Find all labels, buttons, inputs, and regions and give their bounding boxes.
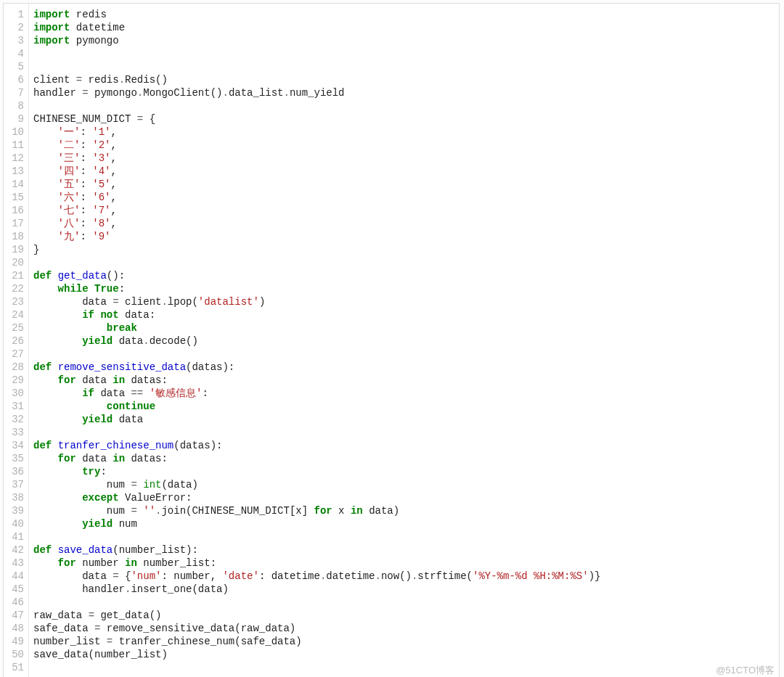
code-line: number_list = tranfer_chinese_num(safe_d… (33, 635, 779, 648)
code-line (33, 348, 779, 361)
code-line: raw_data = get_data() (33, 609, 779, 622)
code-line: try: (33, 465, 779, 478)
code-line: break (33, 321, 779, 335)
code-line: '六': '6', (33, 191, 779, 204)
line-number: 47 (4, 609, 28, 622)
code-line: def get_data(): (33, 269, 779, 282)
code-line: '一': '1', (33, 126, 779, 139)
code-line: yield data.decode() (33, 335, 779, 348)
code-line (33, 426, 779, 439)
line-number: 20 (4, 256, 28, 269)
code-line: '九': '9' (33, 230, 779, 243)
line-number: 30 (4, 387, 28, 400)
code-line: for number in number_list: (33, 557, 779, 570)
line-number: 28 (4, 361, 28, 374)
line-number: 15 (4, 191, 28, 204)
line-number: 19 (4, 243, 28, 256)
line-number: 18 (4, 230, 28, 243)
code-line: if not data: (33, 308, 779, 321)
code-line: '七': '7', (33, 204, 779, 217)
line-number: 44 (4, 570, 28, 583)
line-number-gutter: 1234567891011121314151617181920212223242… (4, 4, 29, 677)
line-number: 21 (4, 269, 28, 282)
code-line: } (33, 243, 779, 256)
code-line: while True: (33, 282, 779, 295)
code-line: '三': '3', (33, 152, 779, 165)
line-number: 2 (4, 21, 28, 34)
line-number: 25 (4, 321, 28, 335)
line-number: 10 (4, 126, 28, 139)
code-line: yield num (33, 517, 779, 530)
line-number: 11 (4, 139, 28, 152)
line-number: 5 (4, 60, 28, 73)
line-number: 1 (4, 8, 28, 21)
code-line (33, 99, 779, 112)
code-line: import datetime (33, 21, 779, 34)
line-number: 50 (4, 648, 28, 661)
line-number: 42 (4, 543, 28, 557)
code-line (33, 530, 779, 543)
code-line: '八': '8', (33, 217, 779, 230)
code-line: '二': '2', (33, 139, 779, 152)
code-line: for data in datas: (33, 452, 779, 465)
line-number: 34 (4, 439, 28, 452)
code-line: def tranfer_chinese_num(datas): (33, 439, 779, 452)
code-line: import redis (33, 8, 779, 21)
code-line: if data == '敏感信息': (33, 387, 779, 400)
line-number: 9 (4, 112, 28, 126)
code-line: save_data(number_list) (33, 648, 779, 661)
line-number: 23 (4, 295, 28, 308)
code-line: except ValueError: (33, 491, 779, 504)
code-line: handler.insert_one(data) (33, 583, 779, 596)
code-block: 1234567891011121314151617181920212223242… (3, 3, 780, 677)
line-number: 13 (4, 165, 28, 178)
code-line: import pymongo (33, 34, 779, 47)
code-line: num = ''.join(CHINESE_NUM_DICT[x] for x … (33, 504, 779, 517)
line-number: 41 (4, 530, 28, 543)
line-number: 7 (4, 86, 28, 99)
code-line: '五': '5', (33, 178, 779, 191)
line-number: 16 (4, 204, 28, 217)
line-number: 4 (4, 47, 28, 60)
code-line (33, 256, 779, 269)
line-number: 49 (4, 635, 28, 648)
code-line: data = {'num': number, 'date': datetime.… (33, 570, 779, 583)
code-line: def save_data(number_list): (33, 543, 779, 557)
code-line (33, 661, 779, 674)
line-number: 24 (4, 308, 28, 321)
line-number: 40 (4, 517, 28, 530)
code-line: yield data (33, 413, 779, 426)
code-line: def remove_sensitive_data(datas): (33, 361, 779, 374)
line-number: 32 (4, 413, 28, 426)
line-number: 37 (4, 478, 28, 491)
code-line (33, 47, 779, 60)
line-number: 14 (4, 178, 28, 191)
line-number: 38 (4, 491, 28, 504)
code-line: handler = pymongo.MongoClient().data_lis… (33, 86, 779, 99)
line-number: 22 (4, 282, 28, 295)
line-number: 27 (4, 348, 28, 361)
line-number: 6 (4, 73, 28, 86)
code-line: '四': '4', (33, 165, 779, 178)
line-number: 12 (4, 152, 28, 165)
line-number: 33 (4, 426, 28, 439)
code-line: num = int(data) (33, 478, 779, 491)
code-line (33, 596, 779, 609)
line-number: 39 (4, 504, 28, 517)
line-number: 17 (4, 217, 28, 230)
code-content: import redisimport datetimeimport pymong… (29, 4, 779, 677)
line-number: 36 (4, 465, 28, 478)
line-number: 8 (4, 99, 28, 112)
code-line: CHINESE_NUM_DICT = { (33, 112, 779, 126)
line-number: 51 (4, 661, 28, 674)
code-line: safe_data = remove_sensitive_data(raw_da… (33, 622, 779, 635)
code-line: for data in datas: (33, 374, 779, 387)
code-line: data = client.lpop('datalist') (33, 295, 779, 308)
line-number: 45 (4, 583, 28, 596)
line-number: 31 (4, 400, 28, 413)
line-number: 46 (4, 596, 28, 609)
line-number: 35 (4, 452, 28, 465)
code-line: client = redis.Redis() (33, 73, 779, 86)
line-number: 3 (4, 34, 28, 47)
line-number: 43 (4, 557, 28, 570)
